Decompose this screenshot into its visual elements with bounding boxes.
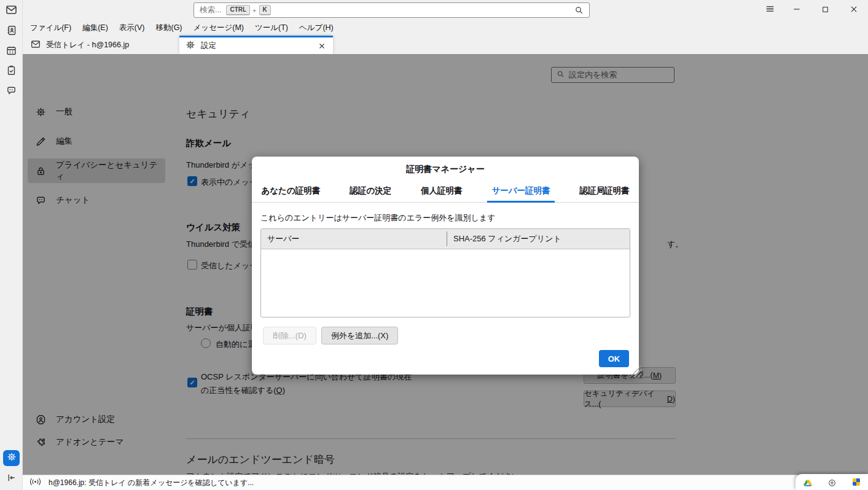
status-bar: h@1966.jp: 受信トレイ の新着メッセージを確認しています... (23, 475, 868, 490)
app-tray-icon[interactable] (853, 478, 860, 486)
dialog-tab-authentication-decisions[interactable]: 認証の決定 (345, 181, 396, 203)
dialog-title: 証明書マネージャー (252, 157, 639, 175)
activity-icon (30, 477, 41, 488)
space-mail-button[interactable] (0, 3, 23, 19)
hamburger-icon (765, 4, 775, 17)
tasks-icon (6, 65, 17, 78)
mail-icon (6, 5, 17, 17)
space-tasks-button[interactable] (0, 63, 23, 79)
table-header-row: サーバー SHA-256 フィンガープリント (261, 229, 630, 249)
maximize-icon (821, 5, 829, 16)
chat-bubble-icon (6, 85, 17, 98)
certificate-manager-dialog: 証明書マネージャー あなたの証明書 認証の決定 個人証明書 サーバー証明書 認証… (252, 157, 639, 375)
tab-bar: 受信トレイ - h@1966.jp 設定 (23, 36, 868, 54)
search-icon (574, 6, 584, 15)
resize-grip[interactable] (630, 365, 641, 377)
k-key-badge: K (259, 5, 271, 15)
space-settings-button[interactable] (3, 450, 20, 466)
minimize-icon (792, 5, 801, 16)
dialog-tab-servers[interactable]: サーバー証明書 (487, 181, 554, 203)
global-search-placeholder: 検索... (200, 5, 221, 15)
menu-help[interactable]: ヘルプ(H) (294, 20, 339, 36)
mail-tab-icon (31, 40, 41, 50)
app-menu-button[interactable] (760, 3, 780, 17)
space-chat-button[interactable] (0, 84, 23, 99)
server-exceptions-table[interactable]: サーバー SHA-256 フィンガープリント (260, 228, 630, 317)
menu-edit[interactable]: 編集(E) (77, 20, 114, 36)
dialog-button-row: 削除...(D) 例外を追加...(X) (263, 327, 398, 344)
system-tray-popup (796, 474, 868, 490)
gear-icon (7, 452, 17, 464)
tab-settings[interactable]: 設定 (179, 36, 333, 54)
address-book-icon (6, 25, 17, 38)
maximize-button[interactable] (815, 3, 835, 17)
drive-triangle-icon[interactable] (803, 478, 812, 490)
dialog-tab-bar: あなたの証明書 認証の決定 個人証明書 サーバー証明書 認証局証明書 (252, 181, 639, 203)
plus-sign: + (252, 7, 256, 14)
space-address-book-button[interactable] (0, 23, 23, 39)
add-exception-button[interactable]: 例外を追加...(X) (321, 327, 398, 344)
menu-message[interactable]: メッセージ(M) (188, 20, 249, 36)
dialog-tab-authorities[interactable]: 認証局証明書 (576, 181, 634, 203)
menu-tools[interactable]: ツール(T) (249, 20, 294, 36)
calendar-icon (6, 45, 17, 58)
circle-tray-icon[interactable] (828, 478, 836, 490)
menubar: ファイル(F) 編集(E) 表示(V) 移動(G) メッセージ(M) ツール(T… (23, 20, 868, 36)
delete-button[interactable]: 削除...(D) (263, 327, 316, 344)
space-calendar-button[interactable] (0, 44, 23, 60)
tab-inbox-label: 受信トレイ - h@1966.jp (46, 40, 129, 50)
tab-inbox[interactable]: 受信トレイ - h@1966.jp (25, 36, 161, 54)
menu-go[interactable]: 移動(G) (150, 20, 187, 36)
close-icon (850, 5, 858, 16)
spaces-toolbar (0, 0, 23, 490)
global-search-input[interactable]: 検索... CTRL + K (194, 2, 590, 18)
ctrl-key-badge: CTRL (226, 5, 250, 15)
dialog-tab-your-certificates[interactable]: あなたの証明書 (257, 181, 324, 203)
close-window-button[interactable] (844, 3, 864, 17)
dialog-tab-people[interactable]: 個人証明書 (416, 181, 467, 203)
status-text: h@1966.jp: 受信トレイ の新着メッセージを確認しています... (49, 478, 254, 488)
menu-view[interactable]: 表示(V) (114, 20, 151, 36)
column-header-server[interactable]: サーバー (261, 229, 447, 249)
collapse-spaces-button[interactable] (0, 471, 23, 487)
dialog-description: これらのエントリーはサーバー証明書のエラー例外を識別します (260, 212, 495, 224)
ok-button[interactable]: OK (599, 350, 629, 367)
menu-file[interactable]: ファイル(F) (25, 20, 77, 36)
collapse-arrow-icon (7, 473, 17, 485)
tab-close-button[interactable] (317, 41, 327, 51)
thunderbird-window: 検索... CTRL + K ファイル(F) 編集(E) 表示(V) 移動(G)… (0, 0, 868, 490)
tab-settings-label: 設定 (201, 41, 216, 51)
minimize-button[interactable] (787, 3, 807, 17)
column-header-fingerprint[interactable]: SHA-256 フィンガープリント (447, 229, 630, 249)
gear-icon (186, 40, 195, 52)
